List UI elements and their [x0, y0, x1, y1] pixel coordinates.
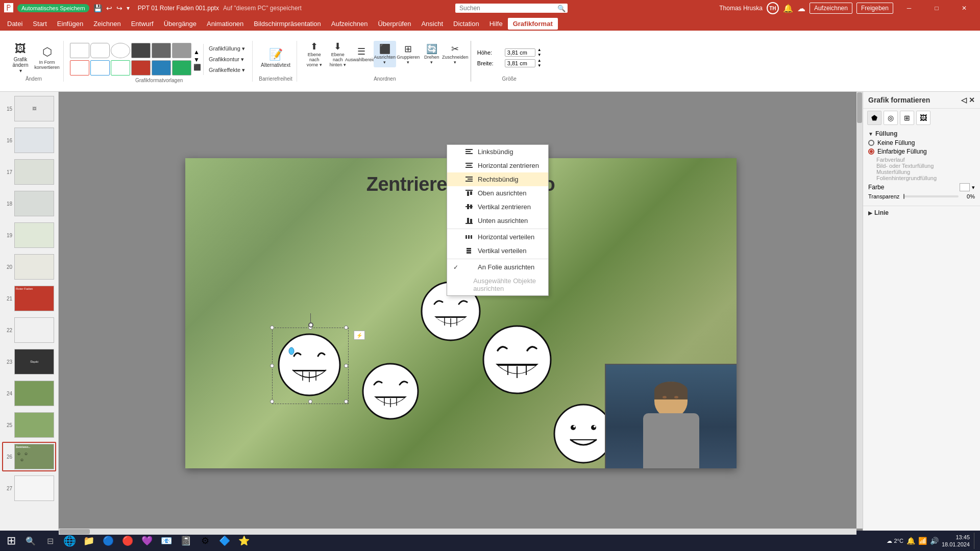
dd-horizontal-zentrieren[interactable]: Horizontal zentrieren: [447, 159, 548, 172]
breite-stepper[interactable]: ▲▼: [537, 58, 542, 68]
menu-hilfe[interactable]: Hilfe: [484, 18, 508, 30]
slide-thumb-18[interactable]: 18: [2, 189, 56, 218]
toolbar-more-icon[interactable]: ▾: [127, 5, 130, 12]
taskbar-notification-area[interactable]: 🔔: [906, 537, 915, 545]
horizontal-scrollbar-thumb[interactable]: [59, 529, 90, 534]
linie-title[interactable]: ▶ Linie: [868, 209, 975, 216]
color-dropdown-arrow[interactable]: ▾: [972, 184, 975, 191]
slide-thumb-15[interactable]: 15 🖼: [2, 94, 56, 123]
menu-datei[interactable]: Datei: [2, 18, 28, 30]
gallery-down-arrow[interactable]: ▼: [193, 56, 201, 63]
fill-option-bild[interactable]: Bild- oder Texturfüllung: [868, 163, 975, 169]
shape-box-2[interactable]: [90, 43, 110, 58]
shape-box-3[interactable]: [111, 43, 130, 58]
user-avatar[interactable]: TH: [767, 2, 779, 14]
alternativtext-btn[interactable]: 📝 Alternativtext: [263, 43, 288, 72]
slides-panel[interactable]: 15 🖼 16 17 18 19 20 21 Roter Faden: [0, 92, 59, 535]
menu-zeichnen[interactable]: Zeichnen: [88, 18, 126, 30]
handle-bm[interactable]: [308, 399, 312, 404]
shape-box-6[interactable]: [172, 43, 191, 58]
radio-einfarbig[interactable]: [868, 148, 874, 155]
fill-option-einfarbig[interactable]: Einfarbige Füllung: [868, 148, 975, 155]
menu-ueberpruefen[interactable]: Überprüfen: [373, 18, 416, 30]
dd-rechtsbuendig[interactable]: Rechtsbündig: [447, 172, 548, 186]
menu-ansicht[interactable]: Ansicht: [416, 18, 448, 30]
gruppieren-btn[interactable]: ⊞ Gruppieren ▾: [397, 41, 420, 67]
toolbar-save-icon[interactable]: 💾: [93, 4, 102, 12]
taskbar-search-btn[interactable]: 🔍: [21, 532, 40, 550]
dd-vertikal-verteilen[interactable]: Vertikal verteilen: [447, 244, 548, 258]
emoji-4[interactable]: [481, 324, 553, 397]
dd-vertikal-zentrieren[interactable]: Vertikal zentrieren: [447, 200, 548, 214]
menu-entwurf[interactable]: Entwurf: [126, 18, 159, 30]
ebene-vorne-btn[interactable]: ⬆ Ebene nach vorne ▾: [303, 41, 326, 67]
record-button[interactable]: Aufzeichnen: [810, 3, 852, 14]
panel-icon-effect[interactable]: ◎: [884, 111, 898, 125]
fullung-title[interactable]: ▼ Füllung: [868, 130, 975, 137]
ausrichten-btn[interactable]: ⬛ Ausrichten ▾: [374, 41, 396, 67]
panel-icon-image[interactable]: 🖼: [916, 111, 930, 125]
slide-thumb-23[interactable]: 23 Śląski: [2, 347, 56, 377]
smart-tag[interactable]: ⚡: [354, 331, 365, 340]
taskbar-task-view[interactable]: ⊟: [41, 532, 59, 550]
handle-br[interactable]: [344, 399, 348, 404]
ribbon-btn-in-form[interactable]: ⬡ In Form konvertieren: [35, 43, 59, 72]
cloud-icon[interactable]: ☁: [797, 4, 805, 13]
grafikkontur-btn[interactable]: Grafikkontur ▾: [206, 55, 248, 64]
breite-input[interactable]: [505, 59, 535, 67]
slide-thumb-17[interactable]: 17: [2, 157, 56, 187]
slide-thumb-25[interactable]: 25: [2, 410, 56, 440]
rotate-handle[interactable]: [308, 313, 313, 328]
handle-ml[interactable]: [270, 364, 274, 368]
taskbar-volume[interactable]: 🔊: [930, 537, 939, 545]
dd-oben[interactable]: Oben ausrichten: [447, 186, 548, 200]
slide-thumb-19[interactable]: 19: [2, 220, 56, 250]
dd-an-folie[interactable]: ✓ An Folie ausrichten: [447, 260, 548, 274]
right-panel-expand-btn[interactable]: ◁: [961, 96, 967, 104]
shape-box-4[interactable]: [131, 43, 151, 58]
ribbon-btn-grafik-andern[interactable]: 🖼 Grafik ändern ▾: [8, 43, 33, 72]
slide-thumb-20[interactable]: 20: [2, 252, 56, 282]
fill-option-keine[interactable]: Keine Füllung: [868, 139, 975, 146]
shape-box-10[interactable]: [131, 60, 151, 76]
fill-option-muster[interactable]: Musterfüllung: [868, 169, 975, 175]
search-input[interactable]: [455, 4, 568, 13]
gallery-up-arrow[interactable]: ▲: [193, 48, 201, 56]
taskbar-network[interactable]: 📶: [918, 537, 927, 545]
shape-box-5[interactable]: [152, 43, 171, 58]
dd-linksbuendig[interactable]: Linksbündig: [447, 145, 548, 159]
menu-uebergaenge[interactable]: Übergänge: [159, 18, 202, 30]
slide-thumb-21[interactable]: 21 Roter Faden: [2, 284, 56, 313]
handle-bl[interactable]: [270, 399, 274, 404]
hohe-stepper[interactable]: ▲▼: [537, 47, 542, 57]
slide-thumb-22[interactable]: 22: [2, 315, 56, 345]
menu-grafikformat[interactable]: Grafikformat: [508, 18, 558, 30]
handle-mr[interactable]: [344, 364, 348, 368]
emoji-3[interactable]: [361, 362, 420, 422]
right-panel-close-btn[interactable]: ✕: [969, 96, 975, 104]
menu-animationen[interactable]: Animationen: [202, 18, 249, 30]
slide-thumb-26[interactable]: 26 Zentrieren... ☺ ☺ ☺: [2, 442, 56, 471]
panel-icon-size[interactable]: ⊞: [900, 111, 914, 125]
drehen-btn[interactable]: 🔄 Drehen ▾: [421, 41, 443, 67]
menu-bildschirm[interactable]: Bildschirmpräsentation: [249, 18, 326, 30]
grafikfuellung-btn[interactable]: Grafikfüllung ▾: [206, 44, 248, 54]
fill-option-folie[interactable]: Folienhintergrundfüllung: [868, 175, 975, 181]
shape-box-8[interactable]: [90, 60, 110, 76]
toolbar-redo-icon[interactable]: ↪: [116, 4, 122, 12]
slide-thumb-24[interactable]: 24: [2, 379, 56, 408]
panel-icon-shape[interactable]: ⬟: [867, 111, 881, 125]
shape-box-12[interactable]: [172, 60, 191, 76]
gallery-more-arrow[interactable]: ⬛: [193, 64, 201, 71]
vertical-scrollbar-thumb[interactable]: [857, 92, 862, 123]
shape-box-9[interactable]: [111, 60, 130, 76]
menu-aufzeichnen[interactable]: Aufzeichnen: [326, 18, 373, 30]
emoji-1-selection[interactable]: ⚡: [276, 332, 342, 399]
slide-thumb-16[interactable]: 16: [2, 126, 56, 155]
share-button[interactable]: Freigeben: [856, 3, 893, 14]
auswahlbereich-btn[interactable]: ☰ Auswahlbereich: [350, 41, 373, 67]
transparenz-slider[interactable]: [903, 195, 959, 197]
taskbar-show-desktop[interactable]: [974, 533, 976, 549]
vertical-scrollbar[interactable]: [856, 92, 863, 529]
slide-thumb-27[interactable]: 27: [2, 473, 56, 503]
